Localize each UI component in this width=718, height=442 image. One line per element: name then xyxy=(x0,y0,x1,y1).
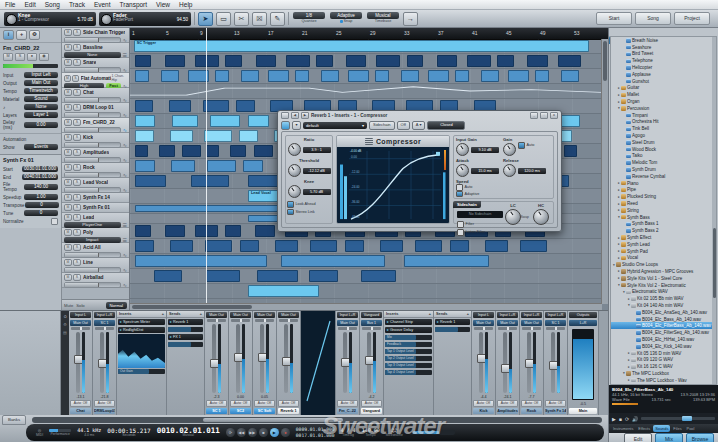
mixer-scrollbar[interactable] xyxy=(32,417,602,423)
input-label[interactable]: Input L+R xyxy=(497,312,518,318)
pin-icon[interactable] xyxy=(281,112,289,119)
browser-item[interactable]: B004_Elc_FilterSeq_Ab_140.wav xyxy=(611,329,716,336)
menu-item-edit[interactable]: Edit xyxy=(24,1,35,8)
browser-item[interactable]: ▸The MPC Lockbox - Wav xyxy=(611,377,716,384)
hc-knob[interactable] xyxy=(533,209,549,225)
track-mute-button[interactable]: M xyxy=(64,214,72,221)
browser-item[interactable]: ▾Studio One Loops xyxy=(611,261,716,268)
channel-name[interactable]: Vanguard xyxy=(361,408,382,414)
track-solo-button[interactable]: S xyxy=(72,75,79,82)
browser-tab-effects[interactable]: Effects xyxy=(636,425,652,432)
look-ahead-checkbox[interactable] xyxy=(287,201,294,208)
clip[interactable] xyxy=(206,270,241,282)
clip[interactable] xyxy=(309,270,338,282)
clip[interactable] xyxy=(281,255,385,267)
clip[interactable] xyxy=(206,145,219,157)
track-solo-button[interactable]: S xyxy=(73,244,81,251)
record-button[interactable]: ● xyxy=(281,428,290,437)
browser-item[interactable]: ▸Synth Lead xyxy=(611,241,716,248)
filter-checkbox[interactable] xyxy=(457,221,464,228)
arrangement-row[interactable] xyxy=(130,269,602,284)
output-label[interactable]: Main Out xyxy=(473,320,494,326)
track-solo-button[interactable]: S xyxy=(73,164,81,171)
inspector-info-icon[interactable]: i xyxy=(3,30,14,40)
output-label[interactable]: Outputs xyxy=(569,312,597,318)
fader[interactable] xyxy=(479,332,483,393)
channel-name[interactable]: Main xyxy=(569,408,597,414)
browser-item[interactable]: Melodic Tom xyxy=(611,159,716,166)
clip[interactable] xyxy=(191,175,229,187)
stop-icon[interactable]: ■ xyxy=(619,416,622,422)
mixer-strip-chat[interactable]: Input LMain Out-13.1Auto: OffChat xyxy=(69,311,93,415)
automation-mode-button[interactable]: Auto: Off xyxy=(206,400,227,407)
browser-tab-pool[interactable]: Pool xyxy=(685,425,697,432)
arrangement-row[interactable] xyxy=(130,69,602,84)
menu-item-song[interactable]: Song xyxy=(45,1,60,8)
loop-icon[interactable]: ⟳ xyxy=(625,416,629,422)
clip[interactable] xyxy=(161,70,179,82)
input-label[interactable]: Input L+R xyxy=(545,312,566,318)
browser-item[interactable]: Breath Noise xyxy=(611,37,716,44)
clip[interactable] xyxy=(257,270,298,282)
automation-mode-button[interactable]: Auto: Off xyxy=(521,400,542,407)
track-row-poly[interactable]: MSPolyImpact☰ xyxy=(62,228,129,243)
clip[interactable] xyxy=(159,145,175,157)
browser-item[interactable]: Wood Block xyxy=(611,146,716,153)
clip[interactable] xyxy=(450,240,469,252)
list-icon[interactable]: ▤ xyxy=(63,330,67,335)
channel-name[interactable]: SC Soft xyxy=(254,408,275,414)
channel-name[interactable]: DRMLoop01 xyxy=(94,408,115,414)
mixer-strip-rock[interactable]: Input L+RMain Out-7.7Auto: OffRock xyxy=(520,311,544,415)
fader[interactable] xyxy=(76,332,80,393)
browser-item[interactable]: ▸Kit 02 105 Bb min WAV xyxy=(611,295,716,302)
device-slider[interactable]: Tap 3 Output Level xyxy=(385,363,432,368)
device-slider[interactable]: Feedback xyxy=(385,342,432,347)
browser-item[interactable]: ▸Kit 09 120 G WAV xyxy=(611,356,716,363)
browser-item[interactable]: Reverse Cymbal xyxy=(611,173,716,180)
clip[interactable] xyxy=(230,145,246,157)
inspector-value[interactable]: Timestretch xyxy=(24,88,58,94)
browser-item[interactable]: ▸Kit 05 136 D min WAV xyxy=(611,350,716,357)
inspector-value[interactable]: 0030.01.01.000 xyxy=(22,166,58,172)
menu-item-view[interactable]: View xyxy=(156,1,170,8)
clip[interactable] xyxy=(401,70,419,82)
browser-item[interactable]: Synth Bass 1 xyxy=(611,221,716,228)
track-row-snare[interactable]: MSSnare∿ xyxy=(62,58,129,73)
mixer-strip-fm-c-22[interactable]: Input L+RMain OutAuto: OffFm_C..22 xyxy=(336,311,360,415)
loop-button[interactable]: ⟳ xyxy=(226,428,235,437)
clip[interactable] xyxy=(428,70,449,82)
clip[interactable] xyxy=(437,55,457,67)
clip[interactable] xyxy=(210,115,240,127)
edit-view-button[interactable]: Edit xyxy=(624,433,652,442)
track-mute-button[interactable]: M xyxy=(64,104,72,111)
browser-item[interactable]: B004_Elc_AnaSeq_Ab_140.wav xyxy=(611,309,716,316)
browser-item[interactable]: B004_Elc_HiHat_140.wav xyxy=(611,336,716,343)
preset-folder-icon[interactable]: ▾ xyxy=(292,121,301,130)
track-mute-button[interactable]: M xyxy=(64,89,72,96)
track-row-airballad[interactable]: MSAirballad∿ xyxy=(62,273,129,288)
wrench-icon[interactable]: ⚙ xyxy=(63,322,67,327)
send-slot[interactable]: ▸Reverb 1 xyxy=(435,319,470,325)
menu-item-file[interactable]: File xyxy=(5,1,15,8)
fader[interactable] xyxy=(236,324,240,393)
param-display-fader[interactable]: Fader FaderPort 94.50 xyxy=(99,12,191,26)
track-mute-button[interactable]: M xyxy=(64,164,72,171)
playhead[interactable] xyxy=(206,28,207,310)
browser-item[interactable]: Timpani xyxy=(611,112,716,119)
mixer-strip-sc-soft[interactable]: Main Out0.05Auto: OffSC Soft xyxy=(253,311,277,415)
browser-item[interactable]: ▾The MPC Lockbox xyxy=(611,370,716,377)
track-row-side-chain-trigger[interactable]: MSSide Chain Trigger∿ xyxy=(62,28,129,43)
stereo-link-checkbox[interactable] xyxy=(287,209,294,216)
track-row-synth-fx-14[interactable]: MSSynth Fx 14 xyxy=(62,193,129,203)
eraser-tool-button[interactable]: ☒ xyxy=(252,12,267,26)
send-level-slider[interactable] xyxy=(168,342,203,347)
track-solo-button[interactable]: S xyxy=(73,259,81,266)
record-arm-button[interactable]: ● xyxy=(27,53,37,61)
browser-item[interactable]: ▸Style Kits Vol 1 - Steel Core xyxy=(611,275,716,282)
browser-item[interactable]: ▾Kit 04 140 Ab min WAV xyxy=(611,302,716,309)
input-label[interactable]: Main Out xyxy=(230,312,251,318)
clip[interactable] xyxy=(225,225,242,237)
browser-item[interactable]: Applause xyxy=(611,71,716,78)
browser-tab-files[interactable]: Files xyxy=(671,425,683,432)
insert-device[interactable]: ▸Channel Strip xyxy=(385,319,432,325)
